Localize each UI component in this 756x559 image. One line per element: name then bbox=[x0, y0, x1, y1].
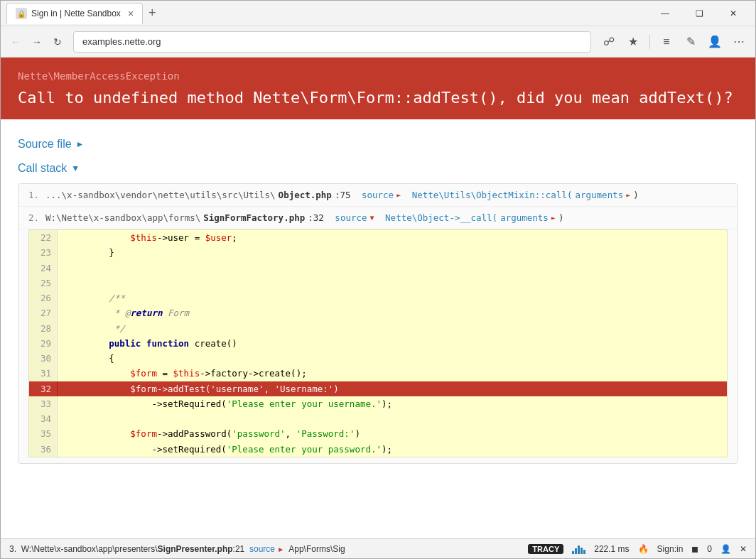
call-line-1: :75 bbox=[335, 190, 351, 200]
call-source-link-2[interactable]: source bbox=[335, 212, 367, 223]
line-content: * @return Form bbox=[58, 305, 198, 320]
line-content: $this->user = $user; bbox=[58, 230, 246, 245]
line-number: 30 bbox=[29, 351, 58, 366]
status-call-3: 3. W:\Nette\x-sandbox\app\presenters\Sig… bbox=[9, 544, 345, 554]
window-controls: — ❑ ✕ bbox=[649, 2, 750, 25]
code-line-30: 30 { bbox=[29, 351, 727, 366]
call-stack-item-2: 2. W:\Nette\x-sandbox\app\forms\SignForm… bbox=[18, 207, 738, 229]
status-user-icon: 👤 bbox=[720, 544, 731, 554]
profile-icon[interactable]: 👤 bbox=[704, 31, 725, 53]
status-call-3-num: 3. bbox=[9, 544, 16, 554]
error-message: Call to undefined method Nette\Form\Form… bbox=[18, 89, 738, 107]
call-args-2[interactable]: arguments bbox=[500, 212, 549, 223]
active-tab[interactable]: 🔒 Sign in | Nette Sandbox × bbox=[6, 3, 143, 24]
line-number: 35 bbox=[29, 426, 58, 441]
line-number: 34 bbox=[29, 411, 58, 426]
bar-4 bbox=[580, 548, 583, 554]
call-suffix-1: ) bbox=[633, 190, 639, 200]
error-header: Nette\MemberAccessException Call to unde… bbox=[1, 58, 755, 119]
collections-icon[interactable]: ≡ bbox=[656, 31, 677, 53]
forward-button[interactable]: → bbox=[28, 32, 46, 52]
line-content bbox=[58, 411, 75, 426]
line-content: $form = $this->factory->create(); bbox=[58, 366, 315, 381]
call-stack-list: 1. ...\x-sandbox\vendor\nette\utils\src\… bbox=[18, 183, 738, 464]
browser-window: 🔒 Sign in | Nette Sandbox × + — ❑ ✕ ← → … bbox=[0, 0, 756, 559]
tab-close-button[interactable]: × bbox=[128, 8, 134, 19]
code-line-33: 33 ->setRequired('Please enter your user… bbox=[29, 396, 727, 411]
favorites-icon[interactable]: ★ bbox=[622, 31, 644, 53]
code-line-25: 25 bbox=[29, 276, 727, 291]
address-bar[interactable]: examples.nette.org bbox=[73, 31, 591, 53]
code-line-35: 35 $form->addPassword('password', 'Passw… bbox=[29, 426, 727, 441]
reload-button[interactable]: ↻ bbox=[49, 32, 66, 52]
line-content: */ bbox=[58, 321, 134, 336]
more-options-icon[interactable]: ⋯ bbox=[728, 31, 750, 53]
line-number: 29 bbox=[29, 336, 58, 351]
source-file-title: Source file bbox=[18, 138, 72, 151]
line-content bbox=[58, 276, 75, 291]
line-number: 26 bbox=[29, 291, 58, 305]
status-bar: 3. W:\Nette\x-sandbox\app\presenters\Sig… bbox=[1, 538, 755, 558]
line-number: 28 bbox=[29, 321, 58, 336]
call-stack-section: Call stack ▼ 1. ...\x-sandbox\vendor\net… bbox=[18, 162, 738, 464]
status-call-3-path: W:\Nette\x-sandbox\app\presenters\ bbox=[18, 544, 157, 554]
url-text: examples.nette.org bbox=[82, 36, 161, 47]
call-source-link-1[interactable]: source bbox=[362, 190, 394, 200]
line-content: public function create() bbox=[58, 336, 246, 351]
code-line-34: 34 bbox=[29, 411, 727, 426]
reading-view-icon[interactable]: ☍ bbox=[598, 31, 620, 53]
line-content: ->setRequired('Please enter your usernam… bbox=[58, 396, 401, 411]
status-source-triangle: ► bbox=[277, 546, 284, 553]
back-button[interactable]: ← bbox=[6, 32, 25, 52]
tab-bar: 🔒 Sign in | Nette Sandbox × + bbox=[6, 3, 162, 24]
line-number: 36 bbox=[29, 442, 58, 457]
title-bar: 🔒 Sign in | Nette Sandbox × + — ❑ ✕ bbox=[1, 1, 755, 26]
status-count: ◼ bbox=[691, 544, 698, 554]
bar-5 bbox=[583, 550, 585, 554]
code-line-22: 22 $this->user = $user; bbox=[29, 230, 727, 245]
tab-favicon: 🔒 bbox=[16, 8, 27, 19]
status-call-3-line: :21 bbox=[233, 544, 245, 554]
code-line-32: 32 $form->addTest('username', 'Username:… bbox=[29, 381, 727, 396]
source-file-section-header[interactable]: Source file ► bbox=[18, 138, 738, 151]
status-close[interactable]: ✕ bbox=[740, 544, 747, 554]
call-num-2: 2. bbox=[28, 212, 43, 223]
line-content bbox=[58, 261, 75, 276]
tab-title: Sign in | Nette Sandbox bbox=[31, 9, 121, 18]
code-line-26: 26 /** bbox=[29, 291, 727, 305]
call-class-2: Nette\Object->__call( bbox=[385, 212, 497, 223]
call-file-2: SignFormFactory.php bbox=[203, 212, 305, 223]
code-line-23: 23 } bbox=[29, 245, 727, 260]
performance-chart bbox=[572, 544, 585, 554]
bar-3 bbox=[578, 546, 580, 554]
tracy-badge: TRACY bbox=[528, 544, 563, 554]
code-block-2: 22 $this->user = $user;23 }242526 /**27 … bbox=[28, 229, 728, 457]
page-content: Nette\MemberAccessException Call to unde… bbox=[1, 58, 755, 538]
line-number: 31 bbox=[29, 366, 58, 381]
status-call-3-class: App\Forms\Sig bbox=[288, 544, 345, 554]
status-source-link[interactable]: source bbox=[249, 544, 275, 554]
line-content: /** bbox=[58, 291, 134, 305]
code-line-28: 28 */ bbox=[29, 321, 727, 336]
minimize-button[interactable]: — bbox=[649, 2, 681, 25]
close-button[interactable]: ✕ bbox=[717, 2, 750, 25]
error-type: Nette\MemberAccessException bbox=[18, 70, 738, 82]
source-file-toggle-icon: ► bbox=[76, 139, 85, 149]
call-class-1: Nette\Utils\ObjectMixin::call( bbox=[412, 190, 573, 200]
call-file-1: Object.php bbox=[279, 190, 332, 200]
edit-icon[interactable]: ✎ bbox=[680, 31, 701, 53]
toolbar-icons: ☍ ★ ≡ ✎ 👤 ⋯ bbox=[598, 31, 750, 53]
line-number: 27 bbox=[29, 305, 58, 320]
call-source-triangle-2: ▼ bbox=[370, 214, 374, 222]
call-stack-section-header[interactable]: Call stack ▼ bbox=[18, 162, 738, 175]
line-number: 22 bbox=[29, 230, 58, 245]
call-args-1[interactable]: arguments bbox=[575, 190, 623, 200]
call-args-triangle-1: ► bbox=[626, 191, 630, 199]
line-content: } bbox=[58, 245, 123, 260]
maximize-button[interactable]: ❑ bbox=[683, 2, 716, 25]
call-source-triangle-1: ► bbox=[396, 191, 401, 199]
browser-toolbar: ← → ↻ examples.nette.org ☍ ★ ≡ ✎ 👤 ⋯ bbox=[1, 26, 755, 58]
call-line-2: :32 bbox=[308, 212, 324, 223]
new-tab-button[interactable]: + bbox=[143, 3, 162, 23]
status-count-num: 0 bbox=[707, 544, 712, 554]
